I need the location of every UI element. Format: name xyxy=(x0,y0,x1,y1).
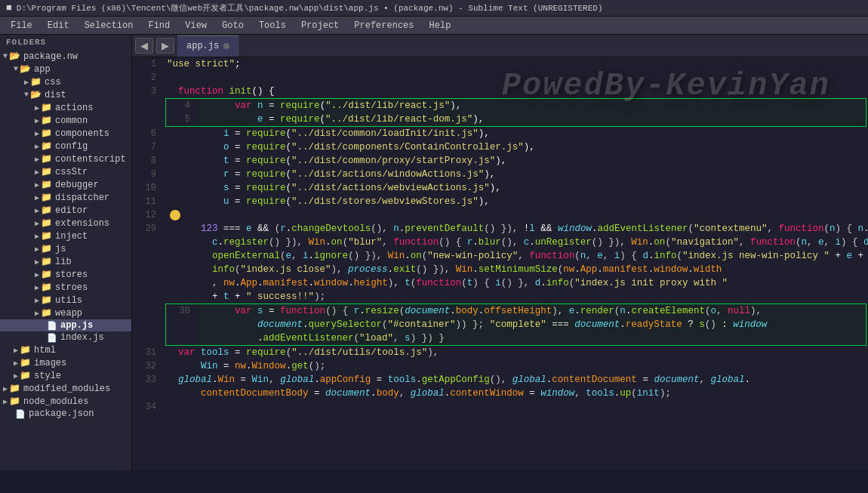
tree-label-app: app xyxy=(34,64,51,75)
code-line-7: 7 o = require("../dist/components/Contai… xyxy=(132,140,868,154)
tree-label-css: css xyxy=(45,77,61,88)
tree-item-node_modules[interactable]: ▶📁node_modules xyxy=(0,395,131,408)
tab-app-js[interactable]: app.js xyxy=(177,35,239,57)
folder-arrow-modified: ▶ xyxy=(3,384,8,393)
tree-label-editor: editor xyxy=(55,205,88,216)
tree-item-index-js[interactable]: 📄index.js xyxy=(0,331,131,344)
folder-icon-stores: 📁 xyxy=(41,269,52,280)
folder-icon-config: 📁 xyxy=(41,140,52,152)
menu-item-edit[interactable]: Edit xyxy=(40,19,77,32)
code-line-30: 30 var s = function() { r.resize(documen… xyxy=(166,304,866,318)
tree-item-stores[interactable]: ▶📁stores xyxy=(0,268,131,281)
folder-arrow-html: ▶ xyxy=(14,346,18,355)
tree-item-contentscript[interactable]: ▶📁contentscript xyxy=(0,153,131,165)
tree-item-stroes[interactable]: ▶📁stroes xyxy=(0,281,131,294)
tree-item-app-js[interactable]: 📄app.js xyxy=(0,319,131,331)
nav-back-button[interactable]: ◀ xyxy=(135,38,153,54)
menu-item-project[interactable]: Project xyxy=(294,19,346,32)
tree-item-cssStr[interactable]: ▶📁cssStr xyxy=(0,165,131,178)
tree-item-js[interactable]: ▶📁js xyxy=(0,242,131,255)
folder-icon-common: 📁 xyxy=(41,115,52,126)
menu-item-help[interactable]: Help xyxy=(422,19,459,32)
folder-arrow-inject: ▶ xyxy=(35,232,39,241)
tree-label-extensions: extensions xyxy=(55,218,109,229)
tree-label-html: html xyxy=(34,345,56,356)
tab-modified-dot xyxy=(223,43,229,49)
tree-label-stores: stores xyxy=(55,270,88,280)
tree-label-contentscript: contentscript xyxy=(55,154,126,165)
code-line-31: 31 var tools = require("../dist/utils/to… xyxy=(132,346,868,359)
tree-item-pkg-json[interactable]: 📄package.json xyxy=(0,408,131,420)
code-line-29d: info("index.js close"), process.exit() }… xyxy=(132,263,868,276)
tree-label-images: images xyxy=(34,358,66,368)
tree-item-inject[interactable]: ▶📁inject xyxy=(0,230,131,242)
menu-item-view[interactable]: View xyxy=(177,19,214,32)
tree-item-html[interactable]: ▶📁html xyxy=(0,344,131,356)
folder-arrow-config: ▶ xyxy=(35,142,39,151)
tree-item-images[interactable]: ▶📁images xyxy=(0,356,131,369)
file-icon-app-js: 📄 xyxy=(47,321,57,331)
menu-item-file[interactable]: File xyxy=(3,19,40,32)
code-line-34: 34 xyxy=(132,400,868,414)
tree-item-extensions[interactable]: ▶📁extensions xyxy=(0,217,131,230)
tree-label-style: style xyxy=(34,371,61,381)
file-icon-pkg-json: 📄 xyxy=(15,409,26,419)
folder-icon-contentscript: 📁 xyxy=(41,153,52,165)
tree-item-dist[interactable]: ▼📂dist xyxy=(0,88,131,101)
code-line-5: 5 e = require("../dist/lib/react-dom.js"… xyxy=(166,112,866,126)
tree-item-weapp[interactable]: ▶📁weapp xyxy=(0,307,131,319)
folder-icon-weapp: 📁 xyxy=(41,307,52,319)
tree-item-actions[interactable]: ▶📁actions xyxy=(0,101,131,114)
tree-item-components[interactable]: ▶📁components xyxy=(0,127,131,140)
tree-item-pkg[interactable]: ▼📂package.nw xyxy=(0,50,131,63)
tree-label-modified: modified_modules xyxy=(23,384,110,394)
tree-label-weapp: weapp xyxy=(55,308,82,319)
tree-label-stroes: stroes xyxy=(55,282,88,293)
menu-item-goto[interactable]: Goto xyxy=(214,19,251,32)
folder-arrow-cssStr: ▶ xyxy=(35,168,39,177)
titlebar: ■ D:\Program Files (x86)\Tencent\微信web开发… xyxy=(0,0,868,17)
folder-icon-utils: 📁 xyxy=(41,294,52,306)
menu-item-find[interactable]: Find xyxy=(140,19,177,32)
folder-arrow-lib: ▶ xyxy=(35,257,39,267)
tree-item-app[interactable]: ▼📂app xyxy=(0,63,131,75)
folder-icon-inject: 📁 xyxy=(41,230,52,242)
tree-label-actions: actions xyxy=(55,103,93,113)
tree-item-modified[interactable]: ▶📁modified_modules xyxy=(0,382,131,395)
code-line-11: 11 u = require("../dist/stores/webviewSt… xyxy=(132,195,868,208)
folder-arrow-dispatcher: ▶ xyxy=(35,193,39,202)
folder-icon-lib: 📁 xyxy=(41,256,52,267)
code-editor[interactable]: 1 "use strict"; 2 3 function init() { 4 … xyxy=(132,57,868,470)
code-line-29e: , nw.App.manifest.window.height), t(func… xyxy=(132,276,868,290)
folder-icon-modified: 📁 xyxy=(9,383,20,394)
folder-icon-images: 📁 xyxy=(20,357,31,368)
tree-item-editor[interactable]: ▶📁editor xyxy=(0,204,131,217)
code-line-29b: c.register() }), Win.on("blur", function… xyxy=(132,236,868,249)
tree-label-utils: utils xyxy=(55,295,82,306)
folder-arrow-components: ▶ xyxy=(35,129,39,138)
code-line-10: 10 s = require("../dist/actions/webviewA… xyxy=(132,181,868,195)
code-line-4: 4 var n = require("../dist/lib/react.js"… xyxy=(166,99,866,112)
tree-item-common[interactable]: ▶📁common xyxy=(0,114,131,127)
folder-icon-debugger: 📁 xyxy=(41,179,52,190)
tree-item-style[interactable]: ▶📁style xyxy=(0,369,131,382)
tab-label: app.js xyxy=(186,41,219,51)
tree-item-debugger[interactable]: ▶📁debugger xyxy=(0,178,131,191)
code-line-3: 3 function init() { xyxy=(132,85,868,98)
tree-item-config[interactable]: ▶📁config xyxy=(0,140,131,153)
nav-forward-button[interactable]: ▶ xyxy=(156,38,174,54)
tree-item-css[interactable]: ▶📁css xyxy=(0,75,131,88)
menu-item-tools[interactable]: Tools xyxy=(251,19,294,32)
menu-item-selection[interactable]: Selection xyxy=(77,19,141,32)
folder-arrow-common: ▶ xyxy=(35,116,39,125)
tree-item-dispatcher[interactable]: ▶📁dispatcher xyxy=(0,191,131,204)
tree-label-inject: inject xyxy=(55,231,88,242)
tree-item-lib[interactable]: ▶📁lib xyxy=(0,255,131,268)
menu-item-preferences[interactable]: Preferences xyxy=(346,19,421,32)
folder-arrow-pkg: ▼ xyxy=(3,52,8,60)
folder-icon-actions: 📁 xyxy=(41,102,52,113)
tree-item-utils[interactable]: ▶📁utils xyxy=(0,294,131,307)
folder-arrow-debugger: ▶ xyxy=(35,180,39,189)
folder-icon-cssStr: 📁 xyxy=(41,166,52,177)
folder-icon-js: 📁 xyxy=(41,243,52,254)
